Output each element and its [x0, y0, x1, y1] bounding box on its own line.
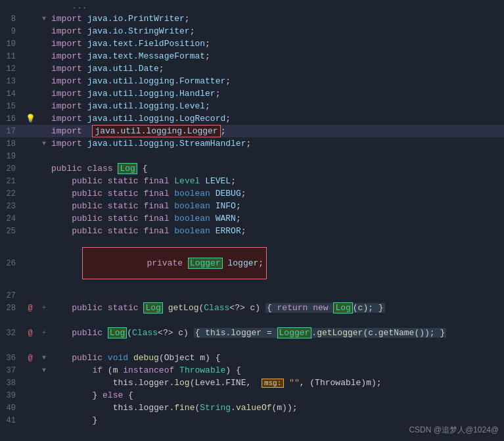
code-line-19: 19 [0, 150, 504, 162]
code-line-9: 9 import java.io.StringWriter; [0, 25, 504, 37]
code-line-16: 16 💡 import java.util.logging.LogRecord; [0, 112, 504, 125]
code-line-26: 26 private Logger logger; [0, 237, 504, 289]
code-line-11: 11 import java.text.MessageFormat; [0, 50, 504, 62]
code-line-38: 38 this.logger.log(Level.FINE, msg: "", … [0, 377, 504, 389]
code-line-13: 13 import java.util.logging.Formatter; [0, 75, 504, 87]
code-line-21: 21 public static final Level LEVEL; [0, 175, 504, 187]
code-line-32: 32 @ + public Log(Class<?> c) { this.log… [0, 327, 504, 339]
code-line-36: 36 @ ▼ public void debug(Object m) { [0, 352, 504, 364]
code-line-14: 14 import java.util.logging.Handler; [0, 87, 504, 100]
code-line-10: 10 import java.text.FieldPosition; [0, 37, 504, 50]
code-line-39: 39 } else { [0, 389, 504, 402]
watermark: CSDN @追梦人@1024@ [409, 425, 499, 436]
code-line-25: 25 public static final boolean ERROR; [0, 225, 504, 237]
code-line-ellipsis: ... [0, 0, 504, 12]
code-line-28: 28 @ + public static Log getLog(Class<?>… [0, 302, 504, 314]
code-line-29 [0, 314, 504, 327]
code-line-17: 17 import java.util.logging.Logger; [0, 125, 504, 137]
code-line-24: 24 public static final boolean WARN; [0, 212, 504, 225]
code-line-8: 8 ▼ import java.io.PrintWriter; [0, 12, 504, 25]
code-line-33 [0, 339, 504, 352]
code-line-40: 40 this.logger.fine(String.valueOf(m)); [0, 402, 504, 414]
code-line-23: 23 public static final boolean INFO; [0, 200, 504, 212]
code-line-15: 15 import java.util.logging.Level; [0, 100, 504, 112]
code-line-22: 22 public static final boolean DEBUG; [0, 187, 504, 200]
code-line-18: 18 ▼ import java.util.logging.StreamHand… [0, 137, 504, 150]
code-editor: ... 8 ▼ import java.io.PrintWriter; 9 im… [0, 0, 504, 441]
code-line-27: 27 [0, 289, 504, 302]
code-line-12: 12 import java.util.Date; [0, 62, 504, 75]
code-line-20: 20 public class Log { [0, 162, 504, 175]
code-line-37: 37 ▼ if (m instanceof Throwable) { [0, 364, 504, 377]
